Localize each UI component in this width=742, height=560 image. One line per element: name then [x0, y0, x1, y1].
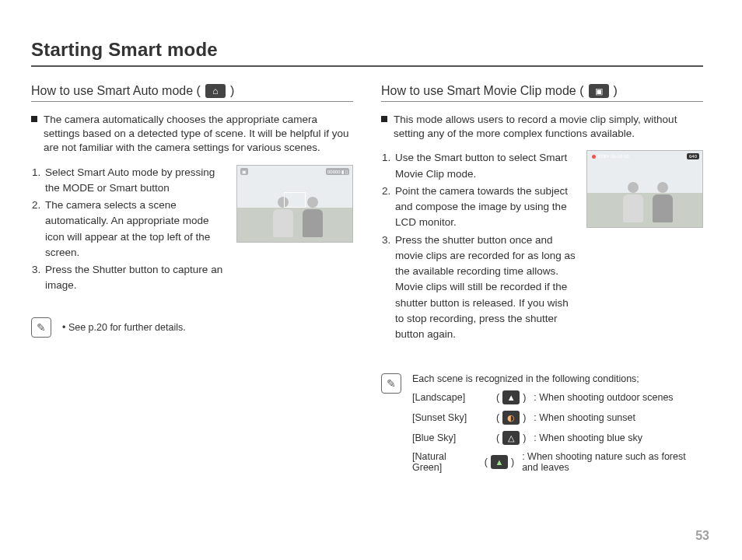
smart-movie-icon	[589, 84, 609, 98]
smart-auto-preview-image: ▣ 00000 ▮ ▯	[236, 165, 353, 243]
left-step-2: The camera selects a scene automatically…	[44, 198, 226, 261]
left-step-3: Press the Shutter button to capture an i…	[44, 262, 226, 294]
smart-auto-icon	[205, 84, 226, 98]
right-steps-row: Use the Smart button to select Smart Mov…	[381, 150, 703, 353]
natural-green-icon	[491, 455, 508, 469]
scene-row-landscape: [Landscape] ( ) : When shooting outdoor …	[412, 390, 703, 404]
right-heading-text: How to use Smart Movie Clip mode (	[381, 84, 584, 98]
note-pencil-icon	[31, 317, 51, 338]
note-bullet: •	[62, 322, 65, 333]
resolution-badge: 640	[687, 153, 699, 159]
left-heading-rule	[31, 101, 353, 102]
scene-desc: : When shooting blue sky	[534, 432, 642, 443]
right-column: How to use Smart Movie Clip mode ( ) Thi…	[381, 84, 703, 479]
scene-row-bluesky: [Blue Sky] ( ) : When shooting blue sky	[412, 431, 703, 445]
left-step-1: Select Smart Auto mode by pressing the M…	[44, 165, 226, 197]
scene-tip: Each scene is recognized in the followin…	[381, 373, 703, 479]
tip-intro: Each scene is recognized in the followin…	[412, 373, 703, 384]
left-heading-close: )	[230, 84, 234, 98]
bullet-square-icon	[381, 116, 387, 122]
scene-name: [Blue Sky]	[412, 432, 490, 443]
scene-row-green: [Natural Green] ( ) : When shooting natu…	[412, 451, 703, 473]
left-intro-block: The camera automatically chooses the app…	[31, 113, 353, 156]
right-steps-list: Use the Smart button to select Smart Mov…	[381, 150, 576, 342]
scene-table: [Landscape] ( ) : When shooting outdoor …	[412, 390, 703, 473]
right-heading: How to use Smart Movie Clip mode ( )	[381, 84, 703, 98]
blue-sky-icon	[502, 431, 520, 445]
smart-movie-preview-image: STBY 00:00:10 640	[586, 150, 703, 228]
left-steps-list: Select Smart Auto mode by pressing the M…	[31, 165, 226, 294]
landscape-icon	[502, 390, 520, 404]
rec-indicator: STBY 00:00:10	[592, 154, 629, 159]
right-step-3: Press the shutter button once and movie …	[394, 233, 576, 343]
page-number: 53	[695, 529, 709, 543]
hud-top-left: ▣	[240, 168, 248, 175]
two-column-layout: How to use Smart Auto mode ( ) The camer…	[31, 84, 703, 479]
right-heading-rule	[381, 101, 703, 102]
title-rule	[31, 65, 703, 67]
scene-name: [Natural Green]	[412, 451, 478, 473]
scene-row-sunset: [Sunset Sky] ( ) : When shooting sunset	[412, 411, 703, 425]
right-heading-close: )	[614, 84, 618, 98]
right-intro-text: This mode allows users to record a movie…	[394, 113, 703, 141]
scene-name: [Sunset Sky]	[412, 412, 490, 423]
focus-frame-icon	[284, 192, 306, 208]
hud-top-right: 00000 ▮ ▯	[326, 168, 349, 175]
left-heading-text: How to use Smart Auto mode (	[31, 84, 201, 98]
scene-name: [Landscape]	[412, 392, 490, 403]
sunset-icon	[502, 411, 520, 425]
scene-desc: : When shooting nature such as forest an…	[522, 451, 703, 473]
note-text: See p.20 for further details.	[68, 322, 186, 333]
left-note: • See p.20 for further details.	[31, 317, 353, 338]
left-heading: How to use Smart Auto mode ( )	[31, 84, 353, 98]
right-step-2: Point the camera towards the subject and…	[394, 184, 576, 231]
bullet-square-icon	[31, 116, 37, 122]
page-title: Starting Smart mode	[31, 39, 703, 61]
left-intro-text: The camera automatically chooses the app…	[44, 113, 353, 156]
left-column: How to use Smart Auto mode ( ) The camer…	[31, 84, 353, 479]
right-step-1: Use the Smart button to select Smart Mov…	[394, 150, 576, 182]
right-intro-block: This mode allows users to record a movie…	[381, 113, 703, 141]
scene-desc: : When shooting sunset	[534, 412, 635, 423]
scene-desc: : When shooting outdoor scenes	[534, 392, 673, 403]
left-steps-row: Select Smart Auto mode by pressing the M…	[31, 165, 353, 305]
tip-pencil-icon	[381, 373, 401, 394]
